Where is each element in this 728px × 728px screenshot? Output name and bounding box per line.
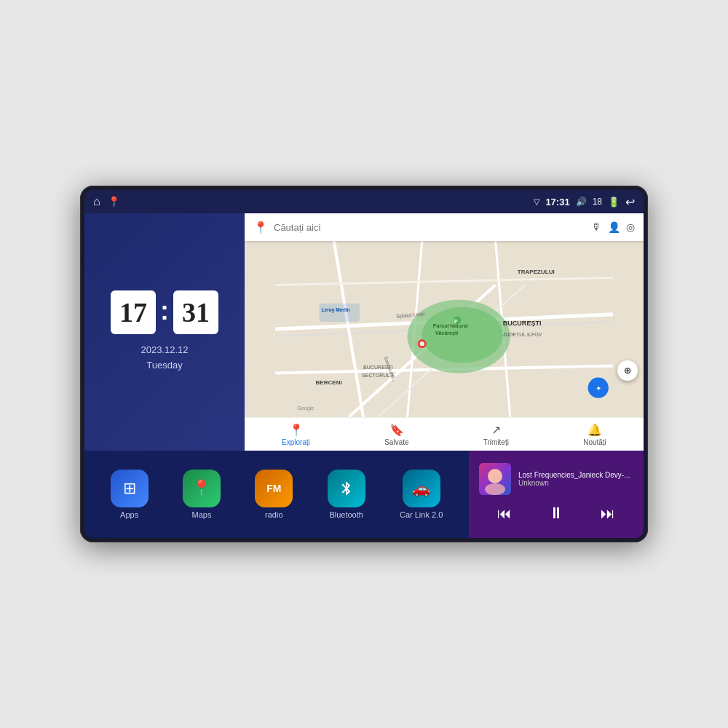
map-search-icons: 🎙 👤 ◎ xyxy=(592,221,635,233)
radio-label: radio xyxy=(265,510,282,519)
svg-text:Parcul Natural: Parcul Natural xyxy=(433,323,468,328)
svg-text:BERCENI: BERCENI xyxy=(316,379,342,386)
home-icon[interactable]: ⌂ xyxy=(93,195,100,208)
grid-icon: ⊞ xyxy=(123,479,136,498)
back-icon[interactable]: ↩ xyxy=(625,195,635,209)
radio-icon: FM xyxy=(266,483,281,494)
svg-point-32 xyxy=(488,469,502,483)
maps-app-icon: 📍 xyxy=(191,479,211,498)
signal-icon: ▽ xyxy=(534,197,539,207)
top-section: 17 : 31 2023.12.12 Tuesday 📍 xyxy=(84,213,644,451)
album-art-svg xyxy=(479,463,511,495)
svg-point-28 xyxy=(420,341,424,346)
explore-icon: 📍 xyxy=(289,423,304,437)
music-info-row: Lost Frequencies_Janieck Devy-... Unknow… xyxy=(479,463,633,495)
svg-text:JUDEȚUL ILFOV: JUDEȚUL ILFOV xyxy=(503,332,542,338)
music-album-art xyxy=(479,463,511,495)
svg-text:Leroy Merlin: Leroy Merlin xyxy=(322,307,350,313)
account-icon[interactable]: 👤 xyxy=(608,221,620,233)
map-panel: 📍 🎙 👤 ◎ xyxy=(245,213,644,451)
bluetooth-label: Bluetooth xyxy=(329,510,363,519)
main-content: 17 : 31 2023.12.12 Tuesday 📍 xyxy=(84,213,644,538)
clock-minute: 31 xyxy=(173,290,218,334)
share-icon: ↗ xyxy=(491,423,501,437)
app-item-carlink[interactable]: 🚗 Car Link 2.0 xyxy=(400,470,443,519)
voice-search-icon[interactable]: 🎙 xyxy=(592,221,602,233)
svg-text:TRAPEZULUI: TRAPEZULUI xyxy=(518,269,555,275)
status-bar: ⌂ 📍 ▽ 17:31 🔊 18 🔋 ↩ xyxy=(84,190,644,213)
map-nav-updates[interactable]: 🔔 Noutăți xyxy=(583,423,606,446)
clock-date: 2023.12.12 Tuesday xyxy=(141,343,188,373)
svg-text:Văcărești: Văcărești xyxy=(435,331,458,336)
volume-level: 18 xyxy=(593,197,602,207)
apps-label: Apps xyxy=(120,510,138,519)
clock-hour: 17 xyxy=(111,290,156,334)
maps-label: Maps xyxy=(192,510,212,519)
svg-point-33 xyxy=(485,483,505,495)
music-player: Lost Frequencies_Janieck Devy-... Unknow… xyxy=(469,451,644,538)
map-search-input[interactable] xyxy=(274,222,586,233)
svg-point-11 xyxy=(422,307,503,363)
svg-text:P: P xyxy=(454,319,458,324)
music-controls: ⏮ ⏸ ⏭ xyxy=(479,501,633,526)
bluetooth-icon-wrapper: ‧ xyxy=(328,470,365,507)
time-display: 17:31 xyxy=(545,197,569,207)
status-bar-right: ▽ 17:31 🔊 18 🔋 ↩ xyxy=(534,195,635,209)
map-view: Parcul Natural Văcărești P Leroy Merlin … xyxy=(245,241,644,417)
layers-icon[interactable]: ◎ xyxy=(626,221,635,233)
saved-icon: 🔖 xyxy=(389,423,404,437)
map-svg: Parcul Natural Văcărești P Leroy Merlin … xyxy=(245,241,644,417)
next-button[interactable]: ⏭ xyxy=(595,502,621,525)
maps-icon-wrapper: 📍 xyxy=(183,470,221,507)
svg-text:✦: ✦ xyxy=(596,384,601,392)
app-item-apps[interactable]: ⊞ Apps xyxy=(111,470,149,519)
clock-colon: : xyxy=(160,296,169,326)
music-text: Lost Frequencies_Janieck Devy-... Unknow… xyxy=(518,471,633,487)
clock-display: 17 : 31 xyxy=(111,290,218,334)
bottom-section: ⊞ Apps 📍 Maps FM xyxy=(84,451,644,538)
map-nav-share[interactable]: ↗ Trimiteți xyxy=(483,423,509,446)
play-pause-button[interactable]: ⏸ xyxy=(542,501,570,526)
prev-button[interactable]: ⏮ xyxy=(491,502,518,525)
app-item-bluetooth[interactable]: ‧ Bluetooth xyxy=(328,470,365,519)
apps-icon-wrapper: ⊞ xyxy=(111,470,149,507)
music-artist: Unknown xyxy=(518,479,633,487)
map-pin-icon: 📍 xyxy=(253,221,268,234)
music-title: Lost Frequencies_Janieck Devy-... xyxy=(518,471,633,479)
bluetooth-svg xyxy=(339,480,355,496)
map-nav-saved[interactable]: 🔖 Salvate xyxy=(384,423,408,446)
svg-text:BUCUREȘTI: BUCUREȘTI xyxy=(503,320,542,327)
carlink-label: Car Link 2.0 xyxy=(400,510,443,519)
car-infotainment-device: ⌂ 📍 ▽ 17:31 🔊 18 🔋 ↩ 17 : xyxy=(80,186,648,542)
app-item-radio[interactable]: FM radio xyxy=(255,470,293,519)
updates-icon: 🔔 xyxy=(587,423,602,437)
apps-row: ⊞ Apps 📍 Maps FM xyxy=(84,451,469,538)
battery-icon: 🔋 xyxy=(608,197,620,207)
clock-panel: 17 : 31 2023.12.12 Tuesday xyxy=(84,213,245,451)
status-bar-left: ⌂ 📍 xyxy=(93,195,120,208)
svg-text:Google: Google xyxy=(297,405,314,411)
volume-icon: 🔊 xyxy=(576,197,587,207)
app-item-maps[interactable]: 📍 Maps xyxy=(183,470,221,519)
svg-rect-16 xyxy=(320,304,360,322)
compass-button[interactable]: ⊕ xyxy=(617,360,638,381)
map-bottom-nav: 📍 Explorați 🔖 Salvate ↗ Trimiteți 🔔 xyxy=(245,417,644,451)
car-link-icon: 🚗 xyxy=(412,480,430,497)
maps-shortcut-icon[interactable]: 📍 xyxy=(108,196,120,207)
map-search-bar[interactable]: 📍 🎙 👤 ◎ xyxy=(245,213,644,241)
device-screen: ⌂ 📍 ▽ 17:31 🔊 18 🔋 ↩ 17 : xyxy=(84,190,644,538)
radio-icon-wrapper: FM xyxy=(255,470,293,507)
map-nav-explore[interactable]: 📍 Explorați xyxy=(282,423,310,446)
carlink-icon-wrapper: 🚗 xyxy=(403,470,440,507)
